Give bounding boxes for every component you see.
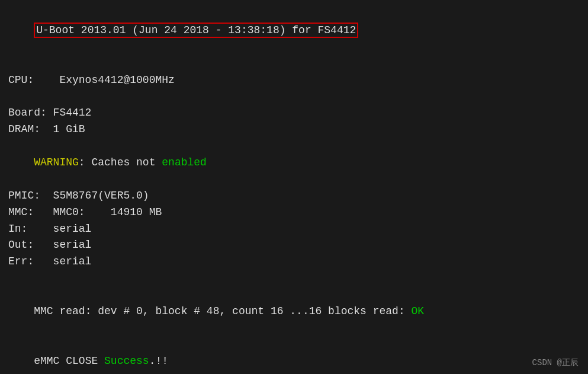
empty-line-3: [8, 270, 580, 287]
board-line: Board: FS4412: [8, 105, 580, 122]
emmc-close-suffix: .!!: [149, 355, 168, 367]
err-line: Err: serial: [8, 254, 580, 270]
dram-line: DRAM: 1 GiB: [8, 122, 580, 138]
empty-line-2: [8, 88, 580, 105]
cpu-line: CPU: Exynos4412@1000MHz: [8, 72, 580, 89]
ok-text: OK: [412, 305, 425, 317]
uboot-version-line: U-Boot 2013.01 (Jun 24 2018 - 13:38:18) …: [8, 6, 580, 56]
out-line: Out: serial: [8, 237, 580, 254]
uboot-version-text: U-Boot 2013.01 (Jun 24 2018 - 13:38:18) …: [34, 23, 358, 38]
in-line: In: serial: [8, 221, 580, 238]
terminal-window: U-Boot 2013.01 (Jun 24 2018 - 13:38:18) …: [0, 0, 588, 374]
success-text: Success: [104, 355, 149, 367]
empty-line-1: [8, 56, 580, 72]
warning-middle: : Caches not: [79, 156, 162, 168]
watermark: CSDN @正辰: [532, 357, 579, 368]
mmc-read-text: MMC read: dev # 0, block # 48, count 16 …: [34, 305, 411, 317]
emmc-close-prefix: eMMC CLOSE: [34, 355, 104, 367]
warning-line: WARNING: Caches not enabled: [8, 138, 580, 188]
emmc-close-line: eMMC CLOSE Success.!!: [8, 337, 580, 374]
enabled-text: enabled: [162, 156, 207, 168]
mmc-read-line: MMC read: dev # 0, block # 48, count 16 …: [8, 287, 580, 337]
mmc-line: MMC: MMC0: 14910 MB: [8, 204, 580, 221]
pmic-line: PMIC: S5M8767(VER5.0): [8, 188, 580, 204]
warning-text: WARNING: [34, 156, 79, 168]
